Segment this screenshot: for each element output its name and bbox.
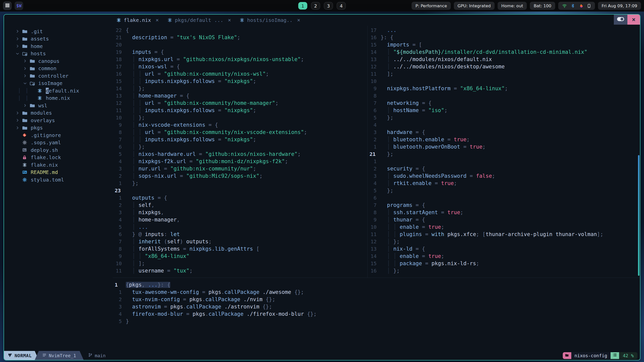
code-line[interactable]: 1 }; <box>113 180 367 187</box>
code-line[interactable]: 6 │ hostName = "iso"; <box>368 107 640 114</box>
tab-close-icon[interactable]: × <box>297 17 300 23</box>
code-line[interactable]: 1 tux-awesome-wm-config = pkgs.callPacka… <box>113 289 640 296</box>
status-chip-3[interactable]: Bat: 100 <box>530 2 555 10</box>
tree-item-isoImage[interactable]: isoImage <box>16 80 113 87</box>
code-line[interactable]: 10 │ │ enable = true; <box>368 223 640 231</box>
clock[interactable]: Fri Aug 09, 17:09 <box>598 2 641 10</box>
code-line[interactable]: 9 │ thunar = { <box>368 216 640 223</box>
code-line[interactable]: 16 │ │ url = "github:nix-community/nixos… <box>113 70 367 78</box>
code-line[interactable]: 14 │ "${modulesPath}/installer/cd-dvd/in… <box>368 49 640 56</box>
code-line[interactable]: 22{ <box>113 27 367 34</box>
code-line[interactable]: 10 <box>368 78 640 85</box>
code-line[interactable]: 1 outputs = { <box>113 194 367 202</box>
tree-item-canopus[interactable]: canopus <box>16 57 113 65</box>
tree-item-hosts[interactable]: hosts <box>16 50 113 58</box>
status-chip-2[interactable]: Home: out <box>498 2 527 10</box>
code-line[interactable]: 20 <box>113 41 367 49</box>
code-line[interactable]: 17 ... <box>368 27 640 34</box>
code-line[interactable]: 21 description = "tux's NixOS Flake"; <box>113 34 367 41</box>
tree-item-.git[interactable]: .git <box>16 28 113 35</box>
code-line[interactable]: 12 │ ../../modules/nixos/desktop/awesome <box>368 63 640 70</box>
workspace-tag-2[interactable]: 2 <box>311 2 320 10</box>
code-line[interactable]: 2 │ sops-nix.url = "github:Mic92/sops-ni… <box>113 172 367 180</box>
code-line[interactable]: 17 │ nixos-wsl = { <box>113 63 367 70</box>
code-line[interactable]: 14 │ │ enable = true; <box>368 253 640 260</box>
code-line[interactable]: 1{pkgs, ...}: { <box>113 281 640 289</box>
tab-pkgs-default-[interactable]: pkgs/default ...× <box>167 17 231 23</box>
code-line[interactable]: 4 <box>368 121 640 129</box>
code-line[interactable]: 3 │ sudo.wheelNeedsPassword = false; <box>368 172 640 180</box>
code-line[interactable]: 15 │ │ inputs.nixpkgs.follows = "nixpkgs… <box>113 78 367 85</box>
toggle-button[interactable] <box>614 15 627 25</box>
code-line[interactable]: 4 │ rtkit.enable = true; <box>368 180 640 187</box>
tab-close-icon[interactable]: × <box>155 17 159 23</box>
code-line[interactable]: 16 │ }; <box>368 267 640 275</box>
code-line[interactable]: 9 nixpkgs.hostPlatform = "x86_64-linux"; <box>368 85 640 92</box>
code-line[interactable]: 2 │ bluetooth.enable = true; <box>368 136 640 143</box>
tree-item-.sops.yaml[interactable]: .sops.yaml <box>16 139 113 147</box>
code-line[interactable]: 11 │ username = "tux"; <box>113 267 367 275</box>
code-line[interactable]: 15 imports = [ <box>368 41 640 49</box>
status-chip-0[interactable]: P: Performance <box>412 2 451 10</box>
code-line[interactable]: 5 }; <box>368 114 640 121</box>
tree-item-modules[interactable]: modules <box>16 109 113 117</box>
workspace-tag-4[interactable]: 4 <box>337 2 346 10</box>
code-line[interactable]: 8 │ forAllSystems = nixpkgs.lib.genAttrs… <box>113 245 367 253</box>
tree-item-flake.nix[interactable]: flake.nix <box>16 161 113 169</box>
code-line[interactable]: 21 }; <box>368 151 640 158</box>
tree-item-default.nix[interactable]: ││default.nix <box>16 87 113 95</box>
tree-item-flake.lock[interactable]: flake.lock <box>16 154 113 161</box>
tree-item-.gitignore[interactable]: .gitignore <box>16 131 113 139</box>
code-line[interactable]: 12 │ }; <box>368 238 640 245</box>
code-line[interactable]: 2 security = { <box>368 165 640 172</box>
scrollbar[interactable] <box>638 155 639 276</box>
code-line[interactable]: 8 │ │ url = "github:nix-community/nix-vs… <box>113 129 367 136</box>
status-chip-1[interactable]: GPU: Integrated <box>454 2 495 10</box>
code-line[interactable]: 1 <box>368 158 640 165</box>
code-line[interactable]: 4 │ home-manager, <box>113 216 367 223</box>
code-line[interactable]: 13 │ ../../modules/nixos/default.nix <box>368 56 640 63</box>
code-line[interactable]: 3 hardware = { <box>368 129 640 136</box>
tree-item-common[interactable]: common <box>16 65 113 72</box>
code-line[interactable]: 4 firefox-mod-blur = pkgs.callPackage ./… <box>113 310 640 318</box>
tree-item-pkgs[interactable]: pkgs <box>16 124 113 132</box>
workspace-tag-1[interactable]: 1 <box>298 2 307 10</box>
tree-item-wsl[interactable]: wsl <box>16 102 113 109</box>
code-line[interactable]: 8 <box>368 92 640 100</box>
code-line[interactable]: 7 programs = { <box>368 202 640 209</box>
code-line[interactable]: 6 │ }; <box>113 143 367 151</box>
code-line[interactable]: 14 │ }; <box>113 85 367 92</box>
tree-item-home[interactable]: home <box>16 42 113 50</box>
tree-item-stylua.toml[interactable]: stylua.toml <box>16 176 113 184</box>
tab-close-icon[interactable]: × <box>228 17 231 23</box>
terminal-workspace-button[interactable]: $W <box>15 2 23 10</box>
tree-item-assets[interactable]: assets <box>16 35 113 43</box>
code-line[interactable]: 13 │ home-manager = { <box>113 92 367 100</box>
tree-item-overlays[interactable]: overlays <box>16 117 113 124</box>
code-line[interactable]: 4 │ nixpkgs-f2k.url = "github:moni-dz/ni… <box>113 158 367 165</box>
code-line[interactable]: 16}: { <box>368 34 640 41</box>
code-line[interactable]: 3 │ nixpkgs, <box>113 209 367 216</box>
code-line[interactable]: 19 inputs = { <box>113 49 367 56</box>
code-line[interactable]: 10 │ }; <box>113 114 367 121</box>
code-line[interactable]: 9 │ │ "x86_64-linux" <box>113 253 367 260</box>
apps-launcher-button[interactable] <box>3 2 12 10</box>
code-line[interactable]: 6 <box>368 194 640 202</box>
code-line[interactable]: 1 │ bluetooth.powerOnBoot = true; <box>368 143 640 151</box>
code-line[interactable]: 11 │ │ plugins = with pkgs.xfce; [thunar… <box>368 231 640 238</box>
code-line[interactable]: 15 │ │ package = pkgs.nix-ld-rs; <box>368 260 640 267</box>
code-line[interactable]: 7 │ │ inputs.nixpkgs.follows = "nixpkgs"… <box>113 136 367 143</box>
code-line[interactable]: 7 networking = { <box>368 100 640 107</box>
code-line[interactable]: 5 │ nixos-hardware.url = "github:nixos/n… <box>113 151 367 158</box>
code-line[interactable]: 11 ]; <box>368 70 640 78</box>
code-line[interactable]: 2 tux-nvim-config = pkgs.callPackage ./n… <box>113 296 640 303</box>
code-line[interactable]: 8 │ ssh.startAgent = true; <box>368 209 640 216</box>
tray-icons-chip[interactable] <box>558 2 595 10</box>
code-line[interactable]: 5 │ ... <box>113 223 367 231</box>
code-line[interactable]: 2 │ self, <box>113 202 367 209</box>
code-line[interactable]: 7 │ inherit (self) outputs; <box>113 238 367 245</box>
tree-item-deploy.sh[interactable]: deploy.sh <box>16 146 113 154</box>
code-line[interactable]: 13 │ nix-ld = { <box>368 245 640 253</box>
tab-hosts-isoImag-[interactable]: hosts/isoImag..× <box>239 17 300 23</box>
code-line[interactable]: 6 } @ inputs: let <box>113 231 367 238</box>
